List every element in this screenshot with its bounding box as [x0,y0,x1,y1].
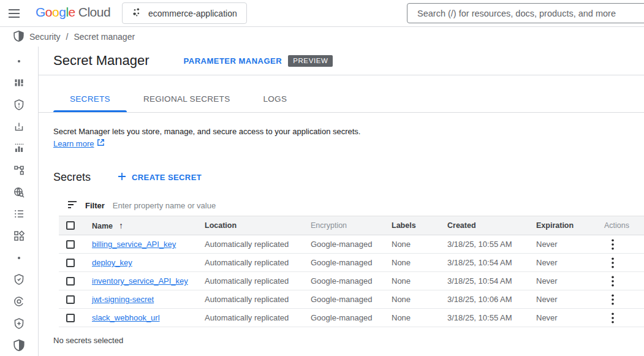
apps-diamond-icon [13,230,25,242]
sidebar-item-compliance[interactable] [6,290,32,312]
sidebar-item-sources[interactable] [6,225,32,247]
row-actions-menu[interactable] [604,291,614,308]
sidebar-item-web-scanner[interactable] [6,181,32,203]
cell-created: 3/18/25, 10:54 AM [441,254,530,272]
breadcrumb-separator: / [66,32,69,42]
tab-logs[interactable]: LOGS [246,86,303,112]
menu-icon[interactable] [9,9,21,18]
shield-check-icon [13,273,25,286]
breadcrumb-page: Secret manager [74,32,135,42]
row-actions-menu[interactable] [604,309,614,327]
secret-name-link[interactable]: deploy_key [92,258,132,267]
sort-ascending-icon: ↑ [119,221,123,230]
sidebar-item-vulnerabilities[interactable] [6,116,32,138]
google-cloud-logo[interactable]: GoogleCloud [36,5,110,20]
row-checkbox[interactable] [66,295,75,304]
risk-overview-icon [13,77,25,89]
create-secret-button[interactable]: CREATE SECRET [118,172,202,183]
cell-location: Automatically replicated [199,235,305,254]
sidebar-item-shield-plus[interactable] [6,312,32,335]
cell-expiration: Never [530,235,598,254]
findings-list-icon [13,208,25,220]
globe-search-icon [13,186,25,199]
security-nav-sidebar [0,47,39,356]
cell-labels: None [385,254,441,272]
secrets-table-card: Filter Name↑ Location Encryption Labels … [59,195,644,327]
sidebar-item-risk-overview[interactable] [6,72,32,94]
cell-expiration: Never [530,254,598,272]
filter-input[interactable] [113,201,635,210]
cell-encryption: Google-managed [305,272,385,290]
kebab-icon [612,276,614,287]
sidebar-item-findings[interactable] [6,203,32,225]
secret-manager-page: GoogleCloud ecommerce-application Securi… [0,0,644,356]
tab-regional-secrets[interactable]: REGIONAL SECRETS [127,86,247,112]
column-header-encryption: Encryption [305,216,385,235]
secret-name-link[interactable]: inventory_service_API_key [92,276,188,286]
parameter-manager-link[interactable]: PARAMETER MANAGER [184,56,282,66]
security-shield-icon [13,31,24,44]
sidebar-item-assets[interactable] [6,159,32,181]
secrets-table: Name↑ Location Encryption Labels Created… [59,216,644,327]
bar-chart-icon [13,142,25,154]
network-icon [13,164,25,176]
filter-icon [67,200,77,211]
sidebar-item-shield-half[interactable] [6,334,32,356]
cell-expiration: Never [530,290,598,309]
kebab-icon [612,257,614,268]
row-checkbox[interactable] [66,277,75,286]
logo-letter: G [36,5,45,19]
column-header-labels: Labels [385,216,441,235]
row-actions-menu[interactable] [604,254,614,271]
filter-label: Filter [85,201,105,210]
logo-letter: g [59,5,66,19]
cell-encryption: Google-managed [305,235,385,254]
breadcrumb-section[interactable]: Security [29,32,61,42]
row-checkbox[interactable] [66,240,75,249]
search-input[interactable] [407,3,644,23]
row-checkbox[interactable] [66,314,75,322]
cell-location: Automatically replicated [199,254,305,272]
sidebar-item-dot-1[interactable] [6,50,32,72]
row-actions-menu[interactable] [604,273,614,290]
compliance-ring-icon [13,295,25,308]
sidebar-item-threats[interactable] [6,94,32,116]
cell-expiration: Never [530,309,598,327]
cell-created: 3/18/25, 10:55 AM [441,309,530,327]
filter-bar: Filter [59,195,644,216]
tray-alert-icon [13,121,25,133]
preview-badge: PREVIEW [288,55,333,67]
secret-name-link[interactable]: slack_webhook_url [92,313,160,322]
column-header-location: Location [199,216,305,235]
secret-name-link[interactable]: jwt-signing-secret [92,295,154,304]
table-row: deploy_key Automatically replicated Goog… [59,254,644,272]
main-content: Secret Manager PARAMETER MANAGER PREVIEW… [39,47,644,356]
row-actions-menu[interactable] [604,236,614,253]
secret-name-link[interactable]: billing_service_API_key [92,240,176,249]
row-checkbox[interactable] [66,259,75,267]
logo-cloud-text: Cloud [78,5,110,19]
secrets-section-header: Secrets CREATE SECRET [53,171,644,184]
select-all-checkbox[interactable] [66,221,75,230]
kebab-icon [612,239,614,250]
tab-bar: SECRETS REGIONAL SECRETS LOGS [39,86,644,113]
column-header-name[interactable]: Name↑ [86,216,199,235]
tab-secrets[interactable]: SECRETS [53,86,127,112]
cell-encryption: Google-managed [305,309,385,327]
cell-created: 3/18/25, 10:54 AM [441,272,530,290]
table-row: slack_webhook_url Automatically replicat… [59,309,644,327]
cell-created: 3/18/25, 10:06 AM [441,290,530,309]
learn-more-link[interactable]: Learn more [53,138,105,149]
dot-icon [13,55,25,67]
table-header-row: Name↑ Location Encryption Labels Created… [59,216,644,235]
cell-encryption: Google-managed [305,290,385,309]
cell-labels: None [385,290,441,309]
logo-letter: o [52,5,59,19]
cell-labels: None [385,309,441,327]
top-app-bar: GoogleCloud ecommerce-application [0,0,644,27]
sidebar-item-dot-2[interactable] [6,247,32,269]
sidebar-item-shield-check[interactable] [6,268,32,290]
sidebar-item-posture[interactable] [6,138,32,160]
project-selector[interactable]: ecommerce-application [122,2,247,24]
cell-labels: None [385,272,441,290]
